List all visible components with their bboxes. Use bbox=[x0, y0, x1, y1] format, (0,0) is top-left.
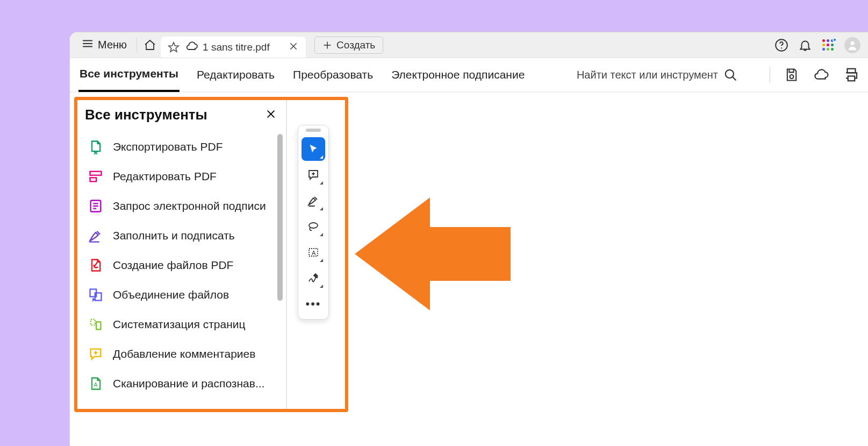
app-window: Меню 1 sans titre.pdf Создать bbox=[70, 32, 868, 446]
speech-plus-icon bbox=[307, 168, 320, 181]
cloud-sync-button[interactable] bbox=[813, 67, 829, 83]
lasso-icon bbox=[307, 220, 320, 233]
text-box-icon: A bbox=[307, 246, 320, 259]
quick-toolbar: A ••• bbox=[298, 125, 329, 320]
tool-create-pdf[interactable]: Создание файлов PDF bbox=[85, 252, 275, 278]
scan-icon: A bbox=[88, 376, 103, 391]
account-avatar[interactable] bbox=[844, 37, 860, 53]
tab-title: 1 sans titre.pdf bbox=[203, 41, 270, 53]
print-button[interactable] bbox=[843, 67, 859, 83]
tool-label: Экспортировать PDF bbox=[113, 140, 223, 153]
toolbar: Все инструменты Редактировать Преобразов… bbox=[70, 58, 868, 93]
qb-select-tool[interactable] bbox=[302, 137, 325, 161]
help-icon bbox=[774, 38, 788, 52]
tab-convert[interactable]: Преобразовать bbox=[292, 59, 374, 91]
tool-request-signature[interactable]: Запрос электронной подписи bbox=[85, 193, 275, 219]
search-icon bbox=[723, 68, 737, 82]
panel-close-button[interactable] bbox=[266, 109, 276, 122]
tool-add-comments[interactable]: Добавление комментариев bbox=[85, 341, 275, 367]
qb-more-button[interactable]: ••• bbox=[302, 292, 325, 316]
tool-label: Сканирование и распознав... bbox=[113, 377, 264, 390]
titlebar: Меню 1 sans titre.pdf Создать bbox=[70, 32, 868, 58]
tool-scan-ocr[interactable]: A Сканирование и распознав... bbox=[85, 371, 275, 397]
svg-point-9 bbox=[781, 47, 782, 48]
star-icon bbox=[168, 41, 180, 53]
toolbar-actions bbox=[770, 67, 859, 83]
search-label: Найти текст или инструмент bbox=[577, 69, 718, 81]
svg-rect-19 bbox=[90, 178, 97, 181]
all-tools-panel: Все инструменты Экспортировать PDF Редак… bbox=[74, 97, 287, 412]
tool-fill-sign[interactable]: Заполнить и подписать bbox=[85, 223, 275, 249]
signature-icon bbox=[307, 272, 320, 285]
tool-label: Заполнить и подписать bbox=[113, 229, 235, 242]
tool-export-pdf[interactable]: Экспортировать PDF bbox=[85, 134, 275, 160]
tab-esign[interactable]: Электронное подписание bbox=[390, 59, 526, 91]
request-sign-icon bbox=[88, 199, 103, 214]
qb-highlight-tool[interactable] bbox=[302, 189, 325, 213]
save-button[interactable] bbox=[784, 67, 799, 82]
svg-rect-15 bbox=[848, 76, 855, 81]
svg-marker-29 bbox=[355, 197, 511, 310]
home-button[interactable] bbox=[142, 39, 157, 52]
svg-text:A: A bbox=[94, 381, 98, 388]
cloud-icon bbox=[813, 67, 829, 83]
tools-list: Экспортировать PDF Редактировать PDF Зап… bbox=[85, 134, 284, 397]
tool-edit-pdf[interactable]: Редактировать PDF bbox=[85, 164, 275, 189]
titlebar-actions bbox=[774, 37, 863, 53]
favorite-button[interactable] bbox=[166, 41, 181, 53]
create-button[interactable]: Создать bbox=[314, 37, 383, 54]
export-pdf-icon bbox=[88, 139, 103, 154]
svg-point-13 bbox=[790, 75, 794, 79]
combine-icon bbox=[88, 287, 103, 302]
tool-label: Запрос электронной подписи bbox=[113, 200, 266, 213]
apps-button[interactable] bbox=[822, 39, 835, 52]
document-tab[interactable]: 1 sans titre.pdf bbox=[161, 37, 306, 58]
pencil-icon bbox=[307, 194, 320, 207]
panel-title: Все инструменты bbox=[85, 107, 207, 123]
qb-text-box-tool[interactable]: A bbox=[302, 240, 325, 264]
bell-icon bbox=[798, 38, 812, 52]
cloud-icon bbox=[185, 40, 198, 55]
qb-comment-tool[interactable] bbox=[302, 163, 325, 187]
tab-edit[interactable]: Редактировать bbox=[196, 59, 276, 91]
menu-button[interactable]: Меню bbox=[77, 36, 131, 54]
svg-point-10 bbox=[850, 41, 854, 45]
user-icon bbox=[847, 39, 858, 51]
cursor-icon bbox=[307, 143, 319, 155]
tool-organize-pages[interactable]: Систематизация страниц bbox=[85, 312, 275, 337]
tool-label: Систематизация страниц bbox=[113, 318, 246, 331]
document-area: Все инструменты Экспортировать PDF Редак… bbox=[70, 93, 868, 446]
tool-label: Объединение файлов bbox=[113, 288, 229, 301]
tool-label: Добавление комментариев bbox=[113, 348, 255, 360]
panel-scrollbar[interactable] bbox=[277, 134, 283, 301]
svg-rect-24 bbox=[96, 322, 101, 329]
toolbar-drag-handle[interactable] bbox=[306, 129, 321, 132]
tab-all-tools[interactable]: Все инструменты bbox=[78, 58, 180, 92]
tab-close-button[interactable] bbox=[289, 41, 298, 53]
menu-label: Меню bbox=[98, 39, 127, 51]
divider bbox=[770, 67, 770, 83]
plus-icon bbox=[322, 40, 332, 50]
notifications-button[interactable] bbox=[798, 38, 812, 52]
comment-icon bbox=[88, 346, 103, 362]
close-icon bbox=[266, 109, 276, 119]
svg-point-26 bbox=[309, 223, 318, 228]
svg-text:A: A bbox=[312, 250, 316, 256]
tool-label: Создание файлов PDF bbox=[113, 259, 233, 272]
svg-rect-18 bbox=[90, 172, 102, 175]
svg-rect-23 bbox=[91, 320, 95, 325]
annotation-arrow bbox=[355, 197, 511, 310]
tool-label: Редактировать PDF bbox=[113, 170, 217, 183]
qb-draw-tool[interactable] bbox=[302, 215, 325, 238]
create-label: Создать bbox=[336, 39, 375, 51]
qb-sign-tool[interactable] bbox=[302, 266, 325, 290]
help-button[interactable] bbox=[774, 38, 788, 52]
search-button[interactable]: Найти текст или инструмент bbox=[577, 68, 737, 82]
close-icon bbox=[289, 41, 298, 51]
hamburger-icon bbox=[82, 38, 94, 52]
tool-combine-files[interactable]: Объединение файлов bbox=[85, 282, 275, 308]
print-icon bbox=[843, 67, 859, 83]
fill-sign-icon bbox=[88, 228, 103, 243]
svg-marker-3 bbox=[169, 42, 178, 51]
home-icon bbox=[144, 39, 156, 52]
